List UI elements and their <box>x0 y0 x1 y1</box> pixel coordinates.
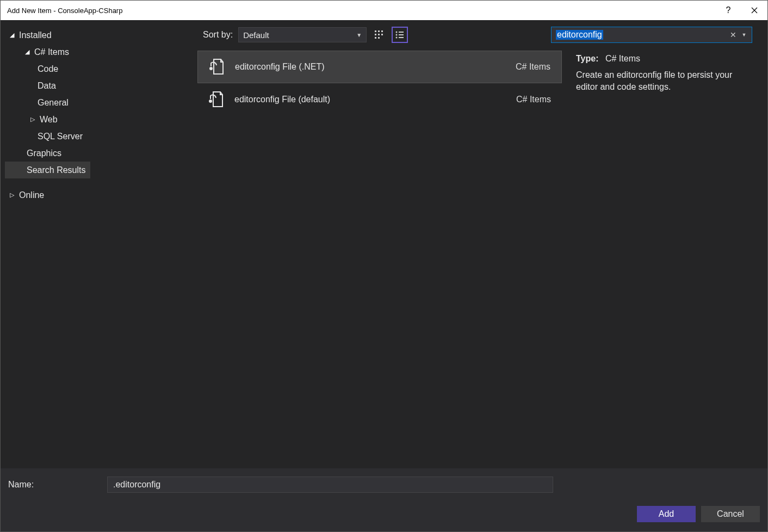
svg-point-8 <box>396 32 398 33</box>
svg-rect-9 <box>399 32 404 33</box>
svg-rect-0 <box>375 30 376 32</box>
tree-label: Graphics <box>27 149 61 158</box>
name-row: Name: <box>1 468 767 501</box>
file-config-icon <box>206 90 225 109</box>
tree-search-results[interactable]: Search Results <box>5 162 90 178</box>
search-box[interactable]: editorconfig ✕ ▼ <box>551 27 752 43</box>
tree-installed[interactable]: ◢ Installed <box>5 27 193 44</box>
svg-rect-1 <box>378 30 380 32</box>
close-icon: ✕ <box>730 30 736 39</box>
expand-icon: ◢ <box>23 48 31 55</box>
main-area: ◢ Installed ◢ C# Items Code Data General <box>1 20 767 468</box>
cancel-label: Cancel <box>717 509 744 519</box>
window-title: Add New Item - ConsoleApp-CSharp <box>7 7 715 15</box>
tree-general[interactable]: General <box>5 94 193 111</box>
type-label: Type: <box>576 54 598 63</box>
cancel-button[interactable]: Cancel <box>701 506 760 522</box>
client-area: ◢ Installed ◢ C# Items Code Data General <box>1 20 767 531</box>
svg-rect-7 <box>378 37 380 39</box>
tree-label: Online <box>19 190 44 200</box>
sort-dropdown[interactable]: Default ▼ <box>238 27 367 42</box>
svg-rect-11 <box>399 34 404 35</box>
template-name: editorconfig File (default) <box>234 95 516 104</box>
button-row: Add Cancel <box>1 501 767 531</box>
add-label: Add <box>659 509 674 519</box>
svg-rect-6 <box>375 37 376 39</box>
template-name: editorconfig File (.NET) <box>235 62 516 72</box>
svg-rect-5 <box>381 34 383 35</box>
tree-online[interactable]: ▷ Online <box>5 187 193 203</box>
dialog-window: Add New Item - ConsoleApp-CSharp ? ◢ Ins… <box>0 0 768 532</box>
chevron-down-icon: ▼ <box>356 32 362 38</box>
svg-rect-13 <box>399 37 404 38</box>
template-list[interactable]: editorconfig File (.NET) C# Items <box>197 51 566 468</box>
name-label: Name: <box>8 480 107 490</box>
expand-icon: ◢ <box>8 32 16 39</box>
footer: Name: Add Cancel <box>1 468 767 531</box>
template-row[interactable]: editorconfig File (default) C# Items <box>197 83 562 116</box>
tree-label: C# Items <box>34 47 69 57</box>
search-dropdown-button[interactable]: ▼ <box>739 29 750 40</box>
tree-csharp-items[interactable]: ◢ C# Items <box>5 44 193 60</box>
name-input[interactable] <box>107 477 553 493</box>
template-row[interactable]: editorconfig File (.NET) C# Items <box>197 51 562 83</box>
close-icon <box>751 7 758 14</box>
tree-label: General <box>38 98 69 108</box>
list-icon <box>395 30 405 40</box>
view-list-button[interactable] <box>392 27 408 43</box>
toolbar: Sort by: Default ▼ <box>197 20 767 44</box>
svg-point-12 <box>396 37 398 39</box>
tree-label: SQL Server <box>38 132 83 141</box>
sort-value: Default <box>243 30 269 40</box>
collapse-icon: ▷ <box>29 116 36 123</box>
tree-label: Data <box>38 81 56 91</box>
tree-graphics[interactable]: Graphics <box>5 145 193 162</box>
clear-search-button[interactable]: ✕ <box>728 29 739 40</box>
search-value: editorconfig <box>556 30 603 40</box>
svg-rect-2 <box>381 30 383 32</box>
file-config-icon <box>207 58 225 76</box>
svg-rect-4 <box>378 34 380 35</box>
add-button[interactable]: Add <box>637 506 696 522</box>
template-language: C# Items <box>516 95 551 104</box>
tree-label: Search Results <box>27 165 86 175</box>
details-panel: Type: C# Items Create an editorconfig fi… <box>566 44 767 468</box>
tree-sqlserver[interactable]: SQL Server <box>5 128 193 145</box>
type-line: Type: C# Items <box>576 54 755 64</box>
category-tree: ◢ Installed ◢ C# Items Code Data General <box>1 20 197 468</box>
collapse-icon: ▷ <box>8 191 16 199</box>
help-button[interactable]: ? <box>715 1 741 20</box>
tree-label: Installed <box>19 30 52 40</box>
template-description: Create an editorconfig file to persist y… <box>576 69 755 92</box>
tree-code[interactable]: Code <box>5 60 193 77</box>
tree-label: Code <box>38 64 58 74</box>
type-value: C# Items <box>605 54 640 63</box>
tree-web[interactable]: ▷ Web <box>5 111 193 128</box>
grid-icon <box>374 30 384 40</box>
svg-point-10 <box>396 34 398 36</box>
svg-point-14 <box>209 67 213 70</box>
svg-point-15 <box>209 100 212 103</box>
tree-data[interactable]: Data <box>5 77 193 94</box>
svg-rect-3 <box>375 34 376 35</box>
sort-by-label: Sort by: <box>203 30 233 40</box>
chevron-down-icon: ▼ <box>742 32 747 38</box>
center-column: Sort by: Default ▼ <box>197 20 767 468</box>
template-language: C# Items <box>516 62 550 72</box>
titlebar: Add New Item - ConsoleApp-CSharp ? <box>1 1 767 20</box>
help-icon: ? <box>726 5 731 15</box>
view-grid-button[interactable] <box>371 27 387 43</box>
tree-label: Web <box>40 115 58 125</box>
close-button[interactable] <box>741 1 767 20</box>
